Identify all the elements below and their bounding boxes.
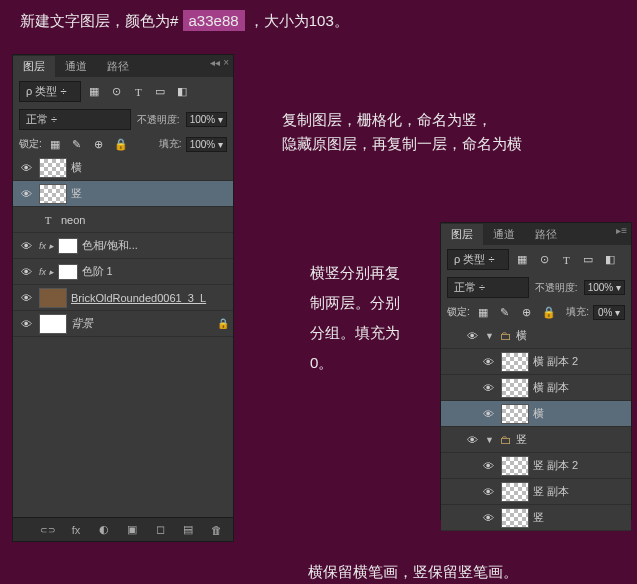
visibility-icon[interactable]: 👁	[479, 486, 497, 498]
layer-name: 横 副本 2	[533, 354, 627, 369]
layer-row[interactable]: 👁竖 副本	[441, 479, 631, 505]
lock-pos-icon[interactable]: ⊕	[518, 304, 536, 320]
layer-row[interactable]: 👁横 副本 2	[441, 349, 631, 375]
opacity-value[interactable]: 100% ▾	[584, 280, 625, 295]
fill-label: 填充:	[566, 305, 589, 319]
layer-row[interactable]: 👁竖	[13, 181, 233, 207]
visibility-icon[interactable]: 👁	[479, 512, 497, 524]
group-row[interactable]: 👁▼🗀竖	[441, 427, 631, 453]
new-layer-icon[interactable]: ▤	[179, 522, 197, 538]
blend-row: 正常 ÷ 不透明度: 100% ▾	[13, 106, 233, 133]
filter-shape-icon[interactable]: ▭	[579, 252, 597, 268]
blend-row: 正常 ÷ 不透明度: 100% ▾	[441, 274, 631, 301]
panel-bottom-bar: ⊂⊃ fx ◐ ▣ ◻ ▤ 🗑	[13, 517, 233, 541]
layers-list-1: 👁横👁竖Tneon👁fx ▸色相/饱和...👁fx ▸色阶 1👁BrickOld…	[13, 155, 233, 337]
visibility-icon[interactable]: 👁	[479, 356, 497, 368]
lock-trans-icon[interactable]: ▦	[474, 304, 492, 320]
layer-name: 横	[533, 406, 627, 421]
visibility-icon[interactable]: 👁	[463, 330, 481, 342]
blend-mode-select[interactable]: 正常 ÷	[447, 277, 529, 298]
filter-smart-icon[interactable]: ◧	[173, 84, 191, 100]
tab-channels[interactable]: 通道	[483, 224, 525, 245]
lock-all-icon[interactable]: 🔒	[540, 304, 558, 320]
visibility-icon[interactable]: 👁	[479, 382, 497, 394]
filter-row: ρ 类型 ÷ ▦ ⊙ T ▭ ◧	[441, 245, 631, 274]
layer-row[interactable]: 👁fx ▸色相/饱和...	[13, 233, 233, 259]
lock-row: 锁定: ▦ ✎ ⊕ 🔒 填充: 0% ▾	[441, 301, 631, 323]
trash-icon[interactable]: 🗑	[207, 522, 225, 538]
filter-smart-icon[interactable]: ◧	[601, 252, 619, 268]
layer-name: 竖	[71, 186, 229, 201]
kind-select[interactable]: ρ 类型 ÷	[447, 249, 509, 270]
visibility-icon[interactable]: 👁	[17, 162, 35, 174]
adjust-icon[interactable]: ▣	[123, 522, 141, 538]
visibility-icon[interactable]: 👁	[479, 460, 497, 472]
filter-row: ρ 类型 ÷ ▦ ⊙ T ▭ ◧	[13, 77, 233, 106]
mask-icon[interactable]: ◐	[95, 522, 113, 538]
lock-paint-icon[interactable]: ✎	[496, 304, 514, 320]
panel-menu-icon[interactable]: ◂◂ ×	[210, 57, 229, 68]
lock-all-icon[interactable]: 🔒	[112, 136, 130, 152]
visibility-icon[interactable]: 👁	[17, 292, 35, 304]
filter-shape-icon[interactable]: ▭	[151, 84, 169, 100]
lock-pos-icon[interactable]: ⊕	[90, 136, 108, 152]
kind-select[interactable]: ρ 类型 ÷	[19, 81, 81, 102]
layers-panel-1: 图层 通道 路径 ◂◂ × ρ 类型 ÷ ▦ ⊙ T ▭ ◧ 正常 ÷ 不透明度…	[12, 54, 234, 542]
layer-row[interactable]: Tneon	[13, 207, 233, 233]
lock-icon: 🔒	[217, 318, 229, 329]
link-icon[interactable]: ⊂⊃	[39, 522, 57, 538]
layer-row[interactable]: 👁横	[13, 155, 233, 181]
tab-paths[interactable]: 路径	[97, 56, 139, 77]
visibility-icon[interactable]: 👁	[463, 434, 481, 446]
filter-pixel-icon[interactable]: ▦	[513, 252, 531, 268]
layer-name: 竖	[533, 510, 627, 525]
layer-name: neon	[61, 214, 229, 226]
filter-adjust-icon[interactable]: ⊙	[107, 84, 125, 100]
tab-layers[interactable]: 图层	[441, 224, 483, 245]
layer-row[interactable]: 👁fx ▸色阶 1	[13, 259, 233, 285]
lock-trans-icon[interactable]: ▦	[46, 136, 64, 152]
group-name: 竖	[516, 432, 627, 447]
visibility-icon[interactable]: 👁	[17, 266, 35, 278]
filter-type-icon[interactable]: T	[129, 84, 147, 100]
lock-paint-icon[interactable]: ✎	[68, 136, 86, 152]
layer-row[interactable]: 👁横 副本	[441, 375, 631, 401]
layer-name: 横 副本	[533, 380, 627, 395]
blend-mode-select[interactable]: 正常 ÷	[19, 109, 131, 130]
fx-icon[interactable]: fx	[67, 522, 85, 538]
group-row[interactable]: 👁▼🗀横	[441, 323, 631, 349]
filter-adjust-icon[interactable]: ⊙	[535, 252, 553, 268]
fx-badge: fx ▸	[39, 241, 54, 251]
layer-row[interactable]: 👁竖	[441, 505, 631, 531]
group-name: 横	[516, 328, 627, 343]
layer-name: 背景	[71, 316, 213, 331]
panel-menu-icon[interactable]: ▸≡	[616, 225, 627, 236]
group-caret-icon[interactable]: ▼	[485, 331, 494, 341]
tab-paths[interactable]: 路径	[525, 224, 567, 245]
opacity-label: 不透明度:	[535, 281, 578, 295]
group-icon[interactable]: ◻	[151, 522, 169, 538]
layer-thumb	[39, 184, 67, 204]
visibility-icon[interactable]: 👁	[17, 318, 35, 330]
layer-row[interactable]: 👁背景🔒	[13, 311, 233, 337]
layer-thumb	[501, 482, 529, 502]
group-caret-icon[interactable]: ▼	[485, 435, 494, 445]
fx-badge: fx ▸	[39, 267, 54, 277]
layer-row[interactable]: 👁横	[441, 401, 631, 427]
layer-thumb	[501, 508, 529, 528]
layer-name: 色阶 1	[82, 264, 229, 279]
layer-row[interactable]: 👁BrickOldRounded0061_3_L	[13, 285, 233, 311]
filter-type-icon[interactable]: T	[557, 252, 575, 268]
layers-panel-2: 图层 通道 路径 ▸≡ ρ 类型 ÷ ▦ ⊙ T ▭ ◧ 正常 ÷ 不透明度: …	[440, 222, 632, 520]
layer-name: 竖 副本 2	[533, 458, 627, 473]
visibility-icon[interactable]: 👁	[17, 188, 35, 200]
visibility-icon[interactable]: 👁	[479, 408, 497, 420]
opacity-value[interactable]: 100% ▾	[186, 112, 227, 127]
fill-value[interactable]: 0% ▾	[593, 305, 625, 320]
visibility-icon[interactable]: 👁	[17, 240, 35, 252]
layer-row[interactable]: 👁竖 副本 2	[441, 453, 631, 479]
filter-pixel-icon[interactable]: ▦	[85, 84, 103, 100]
fill-value[interactable]: 100% ▾	[186, 137, 227, 152]
tab-channels[interactable]: 通道	[55, 56, 97, 77]
tab-layers[interactable]: 图层	[13, 56, 55, 77]
